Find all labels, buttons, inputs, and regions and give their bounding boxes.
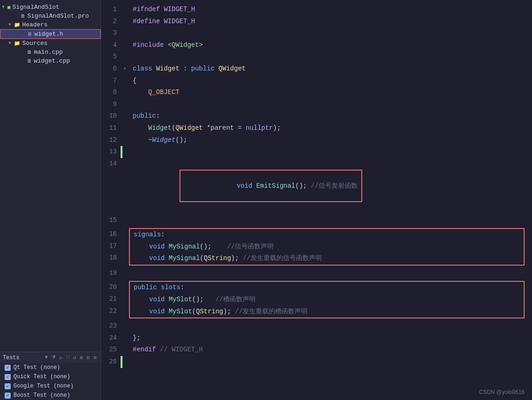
sidebar-item-project-root[interactable]: ▼ ▣ SignalAndSlot (0, 3, 101, 12)
line-row-6: 6 ▾ class Widget : public QWidget (101, 63, 532, 75)
test-item-google[interactable]: ✓ Google Test (none) (0, 381, 101, 391)
line-row-25: 25 #endif // WIDGET_H (101, 344, 532, 356)
gutter-9 (121, 99, 129, 111)
line-row-14: 14 void EmitSignal(); //信号发射函数 (101, 158, 532, 215)
line-num-2: 2 (101, 16, 121, 28)
code-container: 1 #ifndef WIDGET_H 2 #define WIDGET_H 3 (101, 0, 532, 400)
fold-arrow-6[interactable]: ▾ (122, 63, 128, 75)
line-row-2: 2 #define WIDGET_H (101, 16, 532, 28)
line-row-7: 7 { (101, 75, 532, 87)
code-6: class Widget : public QWidget (129, 63, 532, 75)
gutter-1 (121, 4, 129, 16)
line-num-26: 26 (101, 356, 121, 368)
headers-folder-icon: 📁 (14, 22, 20, 28)
gutter-25 (121, 344, 129, 356)
tests-panel: Tests ▼ ⧩ ▷ □ ↺ ⊞ ⊟ ⚙ ✓ Qt Test (none) ✓… (0, 352, 101, 400)
tests-run-btn[interactable]: ▷ (58, 354, 64, 361)
gutter-4 (121, 39, 129, 51)
tests-filter-btn[interactable]: ⧩ (50, 354, 57, 361)
line-row-4: 4 #include <QWidget> (101, 39, 532, 51)
gutter-5 (121, 51, 129, 63)
tests-toolbar: ▼ ⧩ ▷ □ ↺ ⊞ ⊟ ⚙ (44, 354, 98, 361)
code-23 (129, 320, 532, 332)
test-label-qt: Qt Test (none) (13, 364, 60, 371)
gutter-12 (121, 134, 129, 146)
gutter-11 (121, 122, 129, 134)
code-4: #include <QWidget> (129, 39, 532, 51)
gutter-10 (121, 110, 129, 122)
pro-file-label: SignalAndSlot.pro (27, 13, 89, 19)
line-row-5: 5 (101, 51, 532, 63)
line-num-9: 9 (101, 99, 121, 111)
code-7: { (129, 75, 532, 87)
tests-reset-btn[interactable]: ↺ (72, 354, 78, 361)
sidebar: ▼ ▣ SignalAndSlot 🗎 SignalAndSlot.pro ▼ … (0, 0, 101, 400)
line-row-26: 26 (101, 356, 532, 368)
line-row-12: 12 ~Widget(); (101, 134, 532, 146)
sidebar-item-pro-file[interactable]: 🗎 SignalAndSlot.pro (0, 12, 101, 20)
line-num-6: 6 (101, 63, 121, 75)
gutter-7 (121, 75, 129, 87)
code-1: #ifndef WIDGET_H (129, 4, 532, 16)
cpp-file-icon: 🗎 (27, 49, 32, 55)
gutter-2 (121, 16, 129, 28)
watermark: CSDN @yolo0616 (479, 389, 525, 395)
code-8: Q_OBJECT (129, 87, 532, 99)
test-item-qt[interactable]: ✓ Qt Test (none) (0, 363, 101, 372)
line-row-9: 9 (101, 99, 532, 111)
widget-cpp-icon: 🗎 (27, 58, 32, 64)
code-12: ~Widget(); (129, 134, 532, 146)
test-item-boost[interactable]: ✓ Boost Test (none) (0, 391, 101, 400)
code-11: Widget(QWidget *parent = nullptr); (129, 122, 532, 134)
line-num-7: 7 (101, 75, 121, 87)
project-icon: ▣ (7, 4, 11, 10)
headers-folder-label: Headers (22, 21, 48, 28)
line-row-11: 11 Widget(QWidget *parent = nullptr); (101, 122, 532, 134)
code-2: #define WIDGET_H (129, 16, 532, 28)
tests-header: Tests ▼ ⧩ ▷ □ ↺ ⊞ ⊟ ⚙ (0, 352, 101, 363)
tests-dropdown-btn[interactable]: ▼ (44, 354, 50, 361)
collapse-arrow-headers: ▼ (8, 22, 14, 27)
code-editor[interactable]: 1 #ifndef WIDGET_H 2 #define WIDGET_H 3 (101, 0, 532, 400)
sidebar-item-widget-cpp[interactable]: 🗎 widget.cpp (0, 57, 101, 65)
test-checkbox-quick[interactable]: ✓ (5, 374, 11, 380)
main-cpp-label: main.cpp (34, 49, 63, 56)
line-row-23: 23 (101, 320, 532, 332)
line-row-1: 1 #ifndef WIDGET_H (101, 4, 532, 16)
test-checkbox-google[interactable]: ✓ (5, 383, 11, 389)
gutter-23 (121, 320, 129, 332)
gutter-3 (121, 27, 129, 39)
sidebar-item-sources-folder[interactable]: ▼ 📁 Sources (0, 39, 101, 48)
gutter-15 (121, 215, 129, 227)
test-checkbox-qt[interactable]: ✓ (5, 365, 11, 371)
main-layout: ▼ ▣ SignalAndSlot 🗎 SignalAndSlot.pro ▼ … (0, 0, 532, 400)
code-14: void EmitSignal(); //信号发射函数 (129, 158, 532, 215)
tests-settings-btn[interactable]: ⚙ (92, 354, 98, 361)
test-item-quick[interactable]: ✓ Quick Test (none) (0, 372, 101, 381)
tests-stop-btn[interactable]: □ (65, 354, 71, 361)
line-num-11: 11 (101, 122, 121, 134)
line-num-12: 12 (101, 134, 121, 146)
line-row-3: 3 (101, 27, 532, 39)
collapse-arrow-project: ▼ (2, 5, 7, 10)
pro-file-icon: 🗎 (20, 13, 26, 19)
tests-expand-btn[interactable]: ⊞ (78, 354, 84, 361)
tests-collapse-btn[interactable]: ⊟ (85, 354, 91, 361)
test-checkbox-boost[interactable]: ✓ (5, 393, 11, 399)
line-num-5: 5 (101, 51, 121, 63)
collapse-arrow-sources: ▼ (8, 41, 14, 46)
widget-h-label: widget.h (34, 31, 63, 38)
line-row-24: 24 }; (101, 332, 532, 344)
sources-folder-label: Sources (22, 40, 48, 47)
sidebar-item-headers-folder[interactable]: ▼ 📁 Headers (0, 20, 101, 29)
sidebar-item-widget-h[interactable]: 🗎 widget.h (0, 29, 101, 39)
code-19 (129, 267, 532, 279)
sidebar-item-main-cpp[interactable]: 🗎 main.cpp (0, 48, 101, 57)
project-label: SignalAndSlot (13, 4, 59, 11)
line-num-1: 1 (101, 4, 121, 16)
gutter-24 (121, 332, 129, 344)
line-row-15: 15 (101, 215, 532, 227)
gutter-14 (121, 158, 129, 215)
code-13 (122, 146, 532, 158)
line-num-25: 25 (101, 344, 121, 356)
